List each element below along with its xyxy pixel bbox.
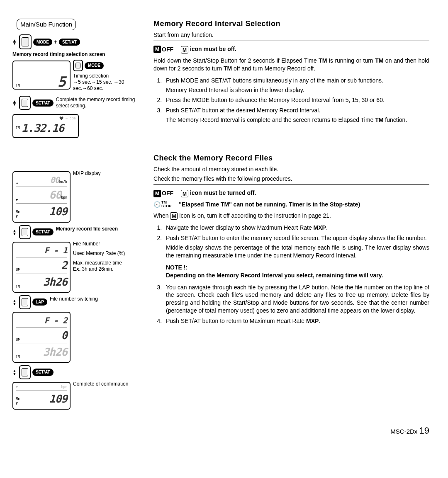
complete-timing-text: Complete the memory record timing select…	[56, 96, 145, 109]
lcd-file2: F - 2 UP0 TM3h26	[12, 312, 71, 363]
divider	[153, 41, 429, 41]
page-footer: MSC-2Dx 19	[12, 425, 429, 437]
tm-label: TM	[16, 285, 20, 289]
note-body: Depending on the Memory Record Interval …	[166, 272, 383, 279]
lap-block: ▲▼ LAP File number switching	[12, 295, 145, 309]
m-icon: M	[170, 212, 178, 220]
step-1: Push MODE and SET/AT buttons simultaneou…	[163, 77, 429, 94]
watch-icon	[19, 96, 31, 110]
watch-icon	[19, 295, 31, 309]
lap-button-label: LAP	[32, 298, 47, 306]
m-icon: M	[181, 46, 188, 53]
icon-off-text: icon must be off.	[190, 46, 236, 52]
up-down-arrows-icon: ▲▼	[12, 369, 17, 375]
lcd-bpm: 60	[49, 189, 61, 201]
timing-lcd-block: TM 5 MODE Timing selection →5 sec.→15 se…	[12, 59, 145, 92]
check-step-3: You can navigate through each file by pr…	[163, 284, 429, 315]
step-2: Press the MODE button to advance the Mem…	[163, 96, 429, 104]
up-down-arrows-icon: ▲▼	[12, 100, 17, 106]
interval-steps: Push MODE and SET/AT buttons simultaneou…	[153, 77, 429, 124]
timing-sequence: →5 sec.→15 sec. →30 sec.→60 sec.	[73, 79, 145, 92]
check-step-1: Navigate the lower display to show Maxim…	[163, 224, 429, 232]
mx-label: Mx	[16, 397, 20, 401]
lcd-mxp-final: ♥bpm MxP109	[12, 382, 71, 410]
lcd-mxp: ⚭00km/h ♥60bpm MxP109	[12, 171, 71, 222]
left-diagram-column: Main/Sub Function ▲▼ MODE + SET/AT Memor…	[12, 19, 145, 412]
check-intro-2: Check the memory files with the followin…	[153, 175, 429, 183]
lcd-elapsed: 🖤 — bpm TM 1.32.16	[12, 114, 79, 138]
m-off-requirement: MOFF M icon must be off.	[153, 45, 429, 53]
off-label: OFF	[162, 190, 173, 197]
lcd-timing: TM 5	[12, 61, 71, 90]
stop-label: STOP	[161, 204, 171, 208]
mem-file-screen-title: Memory record file screen	[56, 225, 118, 232]
plus-sign: +	[54, 38, 57, 46]
icon-off-text: icon must be turned off.	[190, 189, 256, 196]
main-sub-function-box: Main/Sub Function	[17, 19, 76, 30]
used-mem-label: Used Memory Rate (%)	[73, 250, 125, 257]
file2-block: F - 2 UP0 TM3h26	[12, 310, 145, 364]
setat-complete-block: ▲▼ SET/AT Complete the memory record tim…	[12, 96, 145, 110]
ex-value: 3h and 26min.	[82, 266, 113, 272]
hold-instruction: Hold down the Start/Stop Button for 2 se…	[153, 57, 429, 73]
setat-button-label: SET/AT	[32, 228, 54, 236]
tm-label: TM	[16, 355, 20, 359]
setat-confirm-block: ▲▼ SET/AT	[12, 365, 145, 379]
tm-label: TM	[16, 84, 20, 88]
intro-text: Start from any function.	[153, 31, 429, 39]
file-number-label: File Number	[73, 241, 125, 247]
kmh-unit: km/h	[59, 180, 67, 184]
file-switching-label: File number switching	[50, 295, 98, 302]
ex-label: Ex.	[73, 266, 80, 272]
complete-confirm-label: Complete of confirmation	[73, 380, 128, 387]
watch-icon	[73, 60, 83, 71]
check-steps: Navigate the lower display to show Maxim…	[153, 224, 429, 325]
file1-block: F - 1 UP2 TM3h26 File Number Used Memory…	[12, 240, 145, 294]
up-down-arrows-icon: ▲▼	[12, 39, 17, 45]
bpm-unit: 🖤 — bpm	[16, 116, 75, 121]
m-icon: M	[153, 190, 161, 197]
used-pct: 2	[61, 258, 67, 273]
meas-time: 3h26	[43, 275, 67, 289]
mxp-display-block: ⚭00km/h ♥60bpm MxP109 MXP display	[12, 170, 145, 224]
m-icon: M	[153, 46, 161, 53]
lcd-file1: F - 1 UP2 TM3h26	[12, 242, 71, 293]
lcd-mxp-value: 109	[49, 204, 67, 219]
when-m-on: When M icon is on, turn it off according…	[153, 212, 429, 220]
watch-icon	[19, 365, 31, 379]
page-number: 19	[419, 425, 429, 436]
up-down-arrows-icon: ▲▼	[12, 299, 17, 305]
note-label: NOTE !:	[166, 264, 187, 271]
lcd-mxp-value: 109	[49, 392, 67, 406]
up-icon: UP	[16, 268, 20, 273]
check-step-4: Push SET/AT button to return to Maximum …	[163, 317, 429, 325]
p-label: P	[16, 402, 18, 405]
m-off-requirement-2: MOFF M icon must be turned off.	[153, 189, 429, 197]
setat-button-label: SET/AT	[59, 39, 80, 46]
mx-label: Mx	[16, 210, 20, 214]
check-step-2: Push SET/AT button to enter the memory r…	[163, 234, 429, 279]
right-text-column: Memory Record Interval Selection Start f…	[153, 19, 429, 412]
setat-button-label: SET/AT	[32, 99, 54, 107]
tm-stop-requirement: 🕘 TMSTOP "Elapsed Time TM" can not be ru…	[153, 201, 429, 209]
p-label: P	[16, 215, 18, 218]
file-number: F - 1	[44, 245, 67, 256]
heading-interval-selection: Memory Record Interval Selection	[153, 19, 429, 29]
lcd-value-5: 5	[58, 73, 66, 92]
used-pct: 0	[61, 328, 67, 343]
setat-to-file-block: ▲▼ SET/AT Memory record file screen	[12, 225, 145, 239]
watch-mode-setat: ▲▼ MODE + SET/AT	[12, 34, 145, 49]
off-label: OFF	[162, 46, 173, 53]
mode-button-label: MODE	[33, 39, 52, 46]
up-down-arrows-icon: ▲▼	[12, 229, 17, 235]
lcd-elapsed-time: 1.32.16	[22, 121, 64, 136]
model-number: MSC-2Dx	[390, 428, 417, 435]
timing-selection-label: Timing selection	[73, 73, 145, 79]
setat-button-label: SET/AT	[32, 369, 54, 376]
m-icon: M	[181, 190, 188, 197]
mode-button-label: MODE	[85, 62, 104, 69]
heading-check-files: Check the Memory Record Files	[153, 153, 429, 163]
meas-time: 3h26	[43, 345, 67, 359]
divider	[153, 184, 429, 185]
watch-icon	[19, 225, 31, 239]
